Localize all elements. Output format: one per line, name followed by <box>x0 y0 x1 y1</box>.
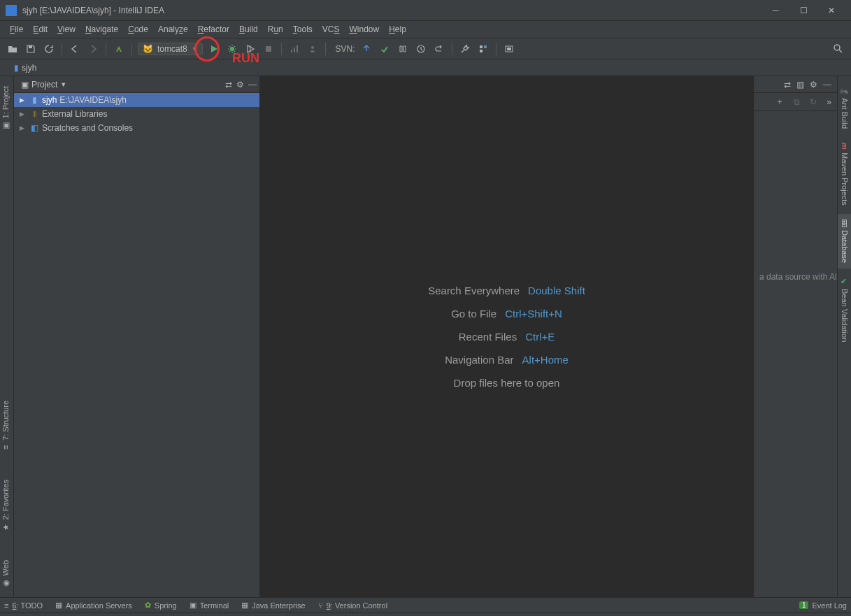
svn-update-icon[interactable] <box>359 42 373 56</box>
menu-run[interactable]: Run <box>264 23 287 36</box>
tree-node-project-root[interactable]: ▶ ▮ sjyh E:\JAVAIDEA\sjyh <box>14 93 259 107</box>
bottom-tab-terminal[interactable]: ▣ Terminal <box>189 601 229 610</box>
gutter-tab-ant[interactable]: 🐜 Ant Build <box>838 80 851 134</box>
stop-icon[interactable] <box>262 42 276 56</box>
expand-arrow-icon[interactable]: ▶ <box>20 110 27 117</box>
attach-icon[interactable] <box>306 42 320 56</box>
menu-analyze[interactable]: Analyze <box>154 23 192 36</box>
debug-icon[interactable] <box>225 42 239 56</box>
sdk-icon[interactable] <box>502 42 516 56</box>
svg-rect-12 <box>507 48 511 50</box>
folder-icon: ▮ <box>29 95 39 105</box>
filter-icon[interactable]: ▥ <box>796 80 804 89</box>
menu-file[interactable]: File <box>6 23 27 36</box>
spring-icon: ✿ <box>145 601 151 610</box>
bottom-tab-vcs[interactable]: ⑂ 9: Version Control <box>318 601 387 610</box>
settings-icon[interactable] <box>458 42 472 56</box>
project-view-selector[interactable]: ▣ Project ▼ <box>21 80 221 89</box>
gutter-tab-project[interactable]: ▣ 1: Project <box>0 80 11 136</box>
svg-rect-8 <box>480 45 482 48</box>
svn-history-icon[interactable] <box>414 42 428 56</box>
hint-search-everywhere: Search Everywhere Double Shift <box>428 285 585 296</box>
project-panel-header: ▣ Project ▼ ⇄ ⚙ — <box>14 76 259 93</box>
build-icon[interactable] <box>112 42 126 56</box>
menu-edit[interactable]: Edit <box>29 23 52 36</box>
project-icon: ▣ <box>1 122 10 129</box>
locate-icon[interactable]: ⇄ <box>225 80 232 89</box>
search-icon[interactable] <box>831 42 845 56</box>
separator <box>325 43 326 55</box>
gutter-tab-favorites[interactable]: ★ 2: Favorites <box>0 474 11 537</box>
coverage-icon[interactable] <box>243 42 257 56</box>
gear-icon[interactable]: ⚙ <box>236 80 244 89</box>
gutter-tab-bean[interactable]: ✔ Bean Validation <box>838 271 851 348</box>
expand-arrow-icon[interactable]: ▶ <box>20 124 27 131</box>
window-title: sjyh [E:\JAVAIDEA\sjyh] - IntelliJ IDEA <box>22 6 761 15</box>
menu-help[interactable]: Help <box>385 23 410 36</box>
server-icon: ▦ <box>55 601 62 610</box>
menu-window[interactable]: Window <box>345 23 383 36</box>
expand-arrow-icon[interactable]: ▶ <box>20 96 27 103</box>
menu-view[interactable]: View <box>53 23 80 36</box>
run-button[interactable] <box>207 42 221 56</box>
gutter-tab-web[interactable]: ◉ Web <box>0 554 11 593</box>
bottom-tab-todo[interactable]: ≡ 6: TODO <box>4 601 43 610</box>
tree-node-external-libs[interactable]: ▶ ⫴ External Libraries <box>14 107 259 121</box>
bottom-tab-app-servers[interactable]: ▦ Application Servers <box>55 601 132 610</box>
refresh-icon[interactable] <box>42 42 56 56</box>
close-button[interactable]: ✕ <box>817 1 845 20</box>
svn-commit-icon[interactable] <box>378 42 392 56</box>
left-tool-gutter: ▣ 1: Project ≡ 7: Structure ★ 2: Favorit… <box>0 76 14 597</box>
profile-icon[interactable] <box>287 42 301 56</box>
bottom-tab-java-ee[interactable]: ▦ Java Enterprise <box>241 601 305 610</box>
svn-compare-icon[interactable] <box>396 42 410 56</box>
open-icon[interactable] <box>6 42 20 56</box>
main-area: ▣ 1: Project ≡ 7: Structure ★ 2: Favorit… <box>0 76 851 597</box>
hide-icon[interactable]: — <box>823 80 831 89</box>
breadcrumb[interactable]: sjyh <box>22 63 36 73</box>
separator <box>452 43 452 55</box>
more-icon[interactable]: » <box>827 97 831 107</box>
separator <box>281 43 282 55</box>
project-tree: ▶ ▮ sjyh E:\JAVAIDEA\sjyh ▶ ⫴ External L… <box>14 93 259 597</box>
event-log[interactable]: 1 Event Log <box>799 601 847 610</box>
svg-point-1 <box>230 47 234 51</box>
gear-icon[interactable]: ⚙ <box>810 80 817 89</box>
locate-icon[interactable]: ⇄ <box>784 80 791 89</box>
menu-refactor[interactable]: Refactor <box>194 23 234 36</box>
refresh-icon[interactable]: ↻ <box>810 97 817 107</box>
menu-build[interactable]: Build <box>235 23 262 36</box>
window-controls: ─ ☐ ✕ <box>761 1 845 20</box>
menu-code[interactable]: Code <box>124 23 152 36</box>
menu-tools[interactable]: Tools <box>289 23 317 36</box>
menubar: File Edit View Navigate Code Analyze Ref… <box>0 21 851 38</box>
tree-node-scratches[interactable]: ▶ ◧ Scratches and Consoles <box>14 121 259 135</box>
hide-icon[interactable]: — <box>248 80 257 89</box>
gutter-tab-structure[interactable]: ≡ 7: Structure <box>0 395 11 457</box>
maximize-button[interactable]: ☐ <box>789 1 817 20</box>
folder-icon: ▮ <box>14 63 19 73</box>
hint-recent-files: Recent Files Ctrl+E <box>459 331 555 343</box>
minimize-button[interactable]: ─ <box>761 1 789 20</box>
gutter-tab-database[interactable]: 🗄 Database <box>838 214 851 268</box>
run-config-selector[interactable]: 🐱 tomcat8 ▼ <box>138 43 203 55</box>
node-label: sjyh <box>42 95 57 105</box>
forward-icon[interactable] <box>86 42 100 56</box>
gutter-tab-maven[interactable]: m Maven Projects <box>838 137 851 211</box>
web-icon: ◉ <box>1 580 10 587</box>
svg-rect-10 <box>480 50 482 52</box>
bottom-tab-spring[interactable]: ✿ Spring <box>145 601 177 610</box>
run-config-label: tomcat8 <box>157 44 187 54</box>
svn-label: SVN: <box>336 44 355 54</box>
svn-revert-icon[interactable] <box>432 42 446 56</box>
menu-vcs[interactable]: VCS <box>318 23 344 36</box>
database-tool-window: ⇄ ▥ ⚙ — ＋ ⧉ ↻ » a data source with Alt <box>753 76 837 597</box>
save-icon[interactable] <box>24 42 38 56</box>
svg-point-6 <box>311 46 314 49</box>
add-icon[interactable]: ＋ <box>775 96 784 108</box>
project-structure-icon[interactable] <box>476 42 490 56</box>
copy-icon[interactable]: ⧉ <box>794 97 800 107</box>
menu-navigate[interactable]: Navigate <box>81 23 122 36</box>
hint-go-to-file: Go to File Ctrl+Shift+N <box>451 308 562 320</box>
back-icon[interactable] <box>68 42 82 56</box>
